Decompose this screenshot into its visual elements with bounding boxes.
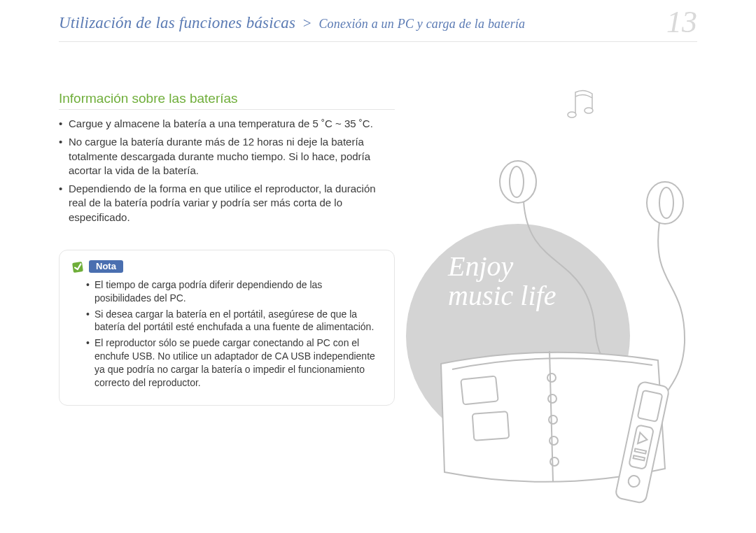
list-item: El tiempo de carga podría diferir depend… <box>86 278 382 305</box>
breadcrumb-sub: Conexión a un PC y carga de la batería <box>318 17 525 31</box>
page-number: 13 <box>666 4 697 40</box>
decorative-illustration: Enjoy music life <box>406 70 714 504</box>
breadcrumb-main: Utilización de las funciones básicas <box>59 14 295 31</box>
svg-point-6 <box>659 187 673 218</box>
note-header: Nota <box>72 260 382 273</box>
svg-point-2 <box>584 108 593 113</box>
section-title: Información sobre las baterías <box>59 91 395 110</box>
note-list: El tiempo de carga podría diferir depend… <box>72 278 382 390</box>
list-item: El reproductor sólo se puede cargar cone… <box>86 336 382 390</box>
list-item: Si desea cargar la batería en el portáti… <box>86 308 382 334</box>
list-item: Cargue y almacene la batería a una tempe… <box>59 117 395 131</box>
battery-info-list: Cargue y almacene la batería a una tempe… <box>59 117 395 225</box>
music-note-icon <box>560 84 602 126</box>
list-item: No cargue la batería durante más de 12 h… <box>59 135 395 178</box>
svg-rect-13 <box>472 411 510 440</box>
svg-point-1 <box>568 112 576 118</box>
svg-rect-12 <box>461 376 498 404</box>
main-content: Información sobre las baterías Cargue y … <box>59 42 395 406</box>
breadcrumb: Utilización de las funciones básicas > C… <box>59 14 697 32</box>
page-root: Utilización de las funciones básicas > C… <box>0 0 756 533</box>
svg-point-4 <box>510 166 524 197</box>
note-box: Nota El tiempo de carga podría diferir d… <box>59 250 395 406</box>
svg-rect-0 <box>72 262 83 273</box>
mp3-player-icon <box>602 378 686 518</box>
page-header: Utilización de las funciones básicas > C… <box>59 0 697 42</box>
note-check-icon <box>72 260 85 273</box>
breadcrumb-separator: > <box>302 15 312 31</box>
note-label: Nota <box>89 260 123 273</box>
list-item: Dependiendo de la forma en que utilice e… <box>59 182 395 225</box>
